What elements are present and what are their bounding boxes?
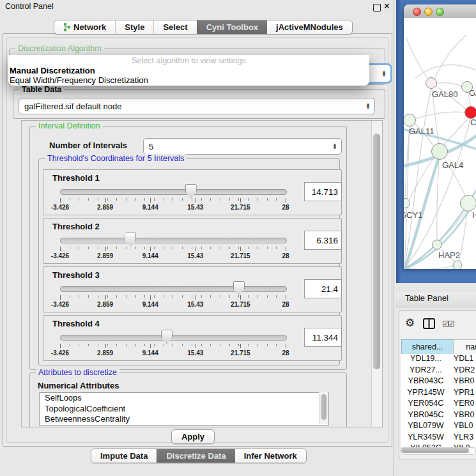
popup-option-equal-width-frequency[interactable]: Equal Width/Frequency Discretization: [10, 75, 367, 85]
tab-infer-network[interactable]: Infer Network: [235, 449, 306, 463]
threshold-1-value-field[interactable]: 14.713: [304, 182, 342, 201]
tab-style[interactable]: Style: [115, 20, 153, 34]
attributes-list-scrollbar[interactable]: [319, 392, 328, 424]
tab-network[interactable]: Network: [54, 20, 115, 34]
table-row[interactable]: YDL19...YDL1: [401, 354, 476, 365]
table-row[interactable]: YDR27...YDR2: [401, 365, 476, 377]
tab-label: Style: [125, 22, 144, 32]
threshold-3-slider-thumb[interactable]: [233, 281, 245, 295]
checkbox-columns-icon[interactable]: ☑☑: [442, 319, 454, 328]
threshold-4-slider-track[interactable]: [60, 335, 287, 341]
settings-scrollbar-thumb[interactable]: [373, 134, 380, 369]
tick-label: -3.426: [46, 301, 74, 308]
tab-label: Infer Network: [244, 451, 297, 461]
table-panel-title: Table Panel: [405, 293, 449, 303]
cell-name: YDR2: [450, 365, 476, 377]
screenshot-stage: Control Panel ✕ NetworkStyleSelectCyni T…: [0, 0, 476, 476]
table-row[interactable]: YPR145WYPR1: [401, 388, 476, 399]
table-row[interactable]: YBR043CYBR0: [401, 376, 476, 388]
threshold-4-value-field[interactable]: 11.344: [304, 328, 342, 347]
apply-button[interactable]: Apply: [171, 429, 215, 444]
thresholds-group-title: Threshold's Coordinates for 5 Intervals: [45, 154, 187, 163]
control-panel-titlebar: Control Panel: [0, 0, 395, 13]
cell-shared-name: YBR043C: [401, 376, 450, 388]
settings-vertical-scrollbar[interactable]: [371, 121, 382, 427]
attribute-item-betweennesscentrality[interactable]: BetweennessCentrality: [40, 414, 328, 425]
tick-label: 28: [272, 204, 300, 211]
tab-jactivemnodules[interactable]: jActiveMNodules: [267, 20, 352, 34]
tick-label: 9.144: [136, 301, 164, 308]
threshold-2-value-field[interactable]: 6.316: [304, 231, 342, 250]
cell-name: YBR0: [450, 410, 476, 422]
tick-label: 9.144: [136, 204, 164, 211]
tab-discretize-data[interactable]: Discretize Data: [157, 449, 234, 463]
close-icon[interactable]: ✕: [383, 1, 390, 8]
table-data-combobox[interactable]: galFiltered.sif default node ▲▼: [19, 98, 375, 114]
cell-shared-name: YPR145W: [401, 388, 450, 399]
table-hscrollbar-thumb[interactable]: [401, 448, 469, 453]
window-close-traffic-light-icon[interactable]: [413, 8, 421, 16]
network-node-gal11[interactable]: [404, 114, 416, 127]
tab-cyni-toolbox[interactable]: Cyni Toolbox: [197, 20, 267, 34]
tick-label: 15.43: [181, 349, 210, 357]
threshold-3-value-field[interactable]: 21.4: [304, 279, 342, 298]
number-of-intervals-label: Number of Intervals: [49, 141, 127, 150]
network-node-hap2[interactable]: [433, 240, 442, 250]
table-row[interactable]: YBL079WYBL0: [401, 421, 476, 433]
cell-name: YER0: [450, 399, 476, 410]
network-canvas[interactable]: GAL80GACGAL11GAL4GCY1HHAP2: [404, 18, 476, 269]
gear-icon[interactable]: ⚙: [405, 316, 415, 330]
network-node-c[interactable]: [465, 107, 476, 119]
threshold-2-slider-track[interactable]: [60, 238, 287, 243]
threshold-1-label: Threshold 1: [52, 173, 100, 183]
tick-label: 2.859: [91, 204, 119, 211]
column-header-name[interactable]: name: [453, 339, 476, 355]
threshold-1-slider-thumb[interactable]: [185, 184, 197, 198]
discretization-algorithm-group-title: Discretization Algorithm: [15, 44, 104, 53]
numerical-attributes-label: Numerical Attributes: [38, 381, 119, 390]
tick-label: 28: [272, 349, 300, 357]
attribute-item-topologicalcoefficient[interactable]: TopologicalCoefficient: [40, 404, 328, 415]
threshold-2-slider-thumb[interactable]: [125, 233, 136, 247]
network-node-label: GAL11: [409, 127, 434, 136]
table-row[interactable]: YLR345WYLR3: [401, 433, 476, 444]
float-window-icon[interactable]: [373, 4, 381, 12]
window-minimize-traffic-light-icon[interactable]: [424, 8, 433, 16]
network-node[interactable]: [453, 261, 462, 269]
column-header-shared-name[interactable]: shared...: [401, 339, 454, 355]
attributes-to-discretize-group: Attributes to discretize Numerical Attri…: [29, 372, 347, 427]
settings-scroll-area: Interval Definition Number of Intervals …: [21, 120, 383, 427]
network-graph-icon: [63, 22, 71, 32]
network-node-gal4[interactable]: [432, 144, 448, 160]
stepper-arrows-icon: ▲▼: [365, 103, 371, 109]
window-zoom-traffic-light-icon[interactable]: [436, 8, 444, 16]
threshold-3-slider-track[interactable]: [60, 286, 287, 292]
table-row[interactable]: YER054CYER0: [401, 399, 476, 410]
table-data-group: Table Data galFiltered.sif default node …: [13, 89, 385, 119]
threshold-4-slider-thumb[interactable]: [161, 330, 173, 344]
network-node-gal80[interactable]: [426, 78, 437, 89]
tab-impute-data[interactable]: Impute Data: [91, 449, 157, 463]
number-of-intervals-value: 5: [149, 142, 153, 151]
tick-ruler-major: [60, 247, 286, 251]
split-columns-icon[interactable]: [423, 318, 435, 329]
tab-label: Discretize Data: [166, 451, 226, 461]
threshold-1-slider-track[interactable]: [60, 189, 287, 195]
number-of-intervals-combobox[interactable]: 5 ▲▼: [143, 138, 342, 155]
tick-ruler-major: [60, 344, 286, 348]
tick-label: 21.715: [226, 349, 254, 357]
popup-option-manual-discretization[interactable]: Manual Discretization: [10, 66, 367, 75]
algorithm-dropdown-popup: Select algorithm to view settings Manual…: [8, 55, 369, 86]
numerical-attributes-list[interactable]: SelfLoopsTopologicalCoefficientBetweenne…: [39, 392, 329, 426]
network-node-label: H: [472, 210, 476, 220]
attributes-scrollbar-thumb[interactable]: [321, 394, 326, 420]
tick-label: 21.715: [226, 252, 254, 259]
cell-name: YLR3: [450, 433, 476, 444]
table-rows[interactable]: YDL19...YDL1YDR27...YDR2YBR043CYBR0YPR14…: [401, 354, 476, 447]
control-panel-title: Control Panel: [5, 2, 54, 11]
attribute-item-selfloops[interactable]: SelfLoops: [40, 393, 328, 404]
tab-select[interactable]: Select: [153, 20, 196, 34]
network-node-label: GAL4: [442, 160, 463, 170]
network-node-h[interactable]: [461, 196, 476, 211]
table-row[interactable]: YBR045CYBR0: [401, 410, 476, 422]
